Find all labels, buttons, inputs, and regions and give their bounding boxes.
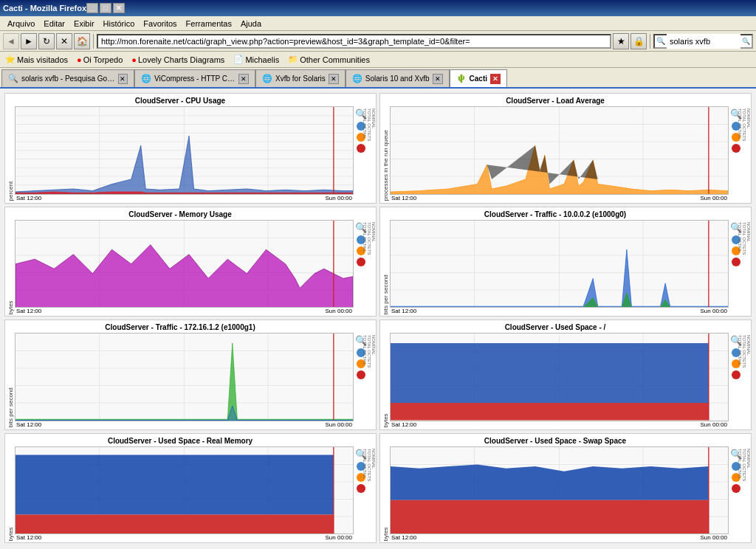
stop-button[interactable]: ✕ [56,33,72,49]
bookmark-oi-torpedo[interactable]: ● Oi Torpedo [75,55,125,65]
graph7-xstart: Sat 12:00 [16,534,41,541]
forward-button[interactable]: ► [21,33,37,49]
graph1-xstart: Sat 12:00 [16,195,41,201]
bookmark-other-communities[interactable]: 📁 Other Communities [286,54,372,65]
tab2-close[interactable]: ✕ [238,74,249,84]
lovely-charts-icon: ● [131,55,137,64]
search-input[interactable] [667,34,740,49]
menu-editar[interactable]: Editar [39,18,69,30]
tab4-close[interactable]: ✕ [433,74,443,84]
graph6-xstart: Sat 12:00 [391,421,416,428]
graph7-ylabel: bytes [7,446,15,542]
graph6-xend: Sun 00:00 [701,421,727,428]
tab-cacti[interactable]: 🌵 Cacti ✕ [450,69,507,87]
graph4-xend: Sun 00:00 [701,308,727,314]
graph3-title: CloudServer - Memory Usage [128,210,232,218]
bookmark-button[interactable]: ★ [613,33,629,49]
graph3-area: CloudServer - Memory Usage bytes [5,207,355,317]
graph7-right-labels: NOMINALTOTAL OCTETSTOTAL DETAIL [368,434,376,543]
search-button[interactable]: 🔍 [740,38,752,45]
menu-favoritos[interactable]: Favoritos [139,18,181,30]
bookmark-michaelis[interactable]: 📄 Michaelis [231,54,281,65]
graph6-right-labels: NOMINALTOTAL OCTETSTOTAL DETAIL [743,320,751,429]
graph2-xend: Sun 00:00 [701,195,727,201]
tab-xvfb-solaris[interactable]: 🌐 Xvfb for Solaris ✕ [255,69,346,87]
graph1-xend: Sun 00:00 [326,195,352,201]
menu-historico[interactable]: Histórico [99,18,140,30]
graph8-xend: Sun 00:00 [701,534,727,541]
graph1-inner: percent [7,106,354,201]
tab-solaris-pesquisa[interactable]: 🔍 solaris xvfb - Pesquisa Google ✕ [1,69,134,87]
graph3-ylabel: bytes [7,220,15,315]
graph6-ylabel: bytes [382,333,390,428]
minimize-button[interactable]: _ [86,3,98,13]
graph3-xstart: Sat 12:00 [16,308,41,314]
graph4-xstart: Sat 12:00 [391,308,416,314]
graph-traffic2: CloudServer - Traffic - 172.16.1.2 (e100… [4,320,377,430]
tab-vicompress[interactable]: 🌐 ViCompress - HTTP Compres... ✕ [134,69,255,87]
graph2-inner: processes in the run queue [382,106,729,201]
graph8-ylabel: bytes [382,446,390,542]
svg-rect-72 [16,514,334,534]
bookmark-lovely-charts[interactable]: ● Lovely Charts Diagrams [129,55,227,65]
bookmark-mais-visitados[interactable]: ⭐ Mais visitados [3,54,70,65]
graph-traffic1: CloudServer - Traffic - 10.0.0.2 (e1000g… [379,207,752,317]
tab2-favicon: 🌐 [141,74,151,83]
graph4-area: CloudServer - Traffic - 10.0.0.2 (e1000g… [380,207,730,317]
toolbar-separator [93,34,94,49]
graph1-title: CloudServer - CPU Usage [135,97,225,105]
address-bar[interactable] [97,34,611,49]
graph8-inner: bytes [382,446,729,542]
graph6-inner: bytes [382,333,729,428]
graph8-xstart: Sat 12:00 [391,534,416,541]
graph-load-average: CloudServer - Load Average processes in … [379,93,752,204]
close-button[interactable]: ✕ [113,3,125,13]
graph2-right-labels: NOMINALTOTAL OCTETSTOTAL DETAIL [743,94,751,203]
search-separator [650,34,650,49]
bookmark-toolbar: ⭐ Mais visitados ● Oi Torpedo ● Lovely C… [0,52,756,68]
michaelis-icon: 📄 [233,55,244,64]
oi-torpedo-icon: ● [77,55,82,64]
menu-bar: Arquivo Editar Exibir Histórico Favorito… [0,16,756,31]
title-text: Cacti - Mozilla Firefox [3,4,86,13]
graph8-title: CloudServer - Used Space - Swap Space [484,437,626,445]
graph-grid: CloudServer - CPU Usage percent [0,89,756,548]
graph5-area: CloudServer - Traffic - 172.16.1.2 (e100… [5,320,355,429]
svg-marker-81 [391,464,709,500]
tab4-favicon: 🌐 [352,74,362,83]
menu-ferramentas[interactable]: Ferramentas [182,18,236,30]
tab5-close[interactable]: ✕ [490,74,501,84]
graph7-xend: Sun 00:00 [326,534,352,541]
tab3-favicon: 🌐 [262,74,272,83]
graph3-right-labels: NOMINALTOTAL OCTETSTOTAL DETAIL [368,207,376,317]
menu-arquivo[interactable]: Arquivo [3,18,39,30]
graph5-xstart: Sat 12:00 [16,421,41,428]
graph8-area: CloudServer - Used Space - Swap Space by… [380,434,730,543]
maximize-button[interactable]: □ [100,3,111,13]
graph8-right-labels: NOMINALTOTAL OCTETSTOTAL DETAIL [743,434,751,543]
graph4-right-labels: NOMINALTOTAL OCTETSTOTAL DETAIL [743,207,751,317]
graph1-ylabel: percent [7,106,15,201]
toolbar: ◄ ► ↻ ✕ 🏠 ★ 🔒 🔍 🔍 [0,31,756,52]
tab1-label: solaris xvfb - Pesquisa Google [21,75,115,83]
tab1-close[interactable]: ✕ [118,74,128,84]
main-content[interactable]: CloudServer - CPU Usage percent [0,89,756,549]
tab5-label: Cacti [470,75,487,83]
graph2-ylabel: processes in the run queue [382,106,390,201]
menu-ajuda[interactable]: Ajuda [236,18,266,30]
tab-solaris10[interactable]: 🌐 Solaris 10 and Xvfb ✕ [346,69,450,87]
graph-swap: CloudServer - Used Space - Swap Space by… [379,433,752,544]
graph4-canvas [390,220,729,308]
security-button[interactable]: 🔒 [630,33,647,49]
svg-marker-82 [391,500,709,534]
reload-button[interactable]: ↻ [38,33,55,49]
graph1-canvas [15,106,354,195]
graph5-canvas [15,333,354,421]
svg-rect-61 [391,343,709,403]
home-button[interactable]: 🏠 [74,33,90,49]
menu-exibir[interactable]: Exibir [69,18,99,30]
graph1-area: CloudServer - CPU Usage percent [5,94,355,203]
back-button[interactable]: ◄ [3,33,19,49]
tab5-favicon: 🌵 [456,74,467,83]
tab3-close[interactable]: ✕ [329,74,339,84]
